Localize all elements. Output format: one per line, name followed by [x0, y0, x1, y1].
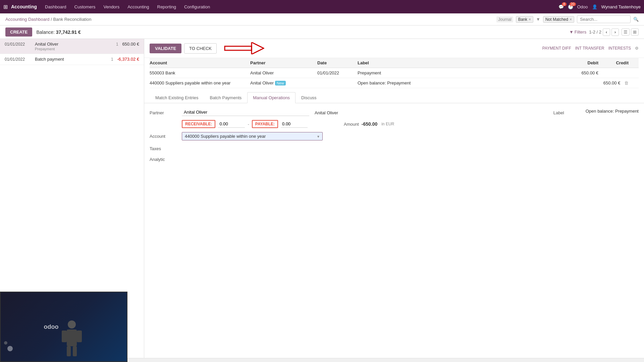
payable-button[interactable]: PAYABLE: [252, 120, 278, 128]
search-icon[interactable]: 🔍 [633, 17, 639, 22]
trans-amount-0: 650.00 € [122, 42, 139, 47]
delete-row-1-button[interactable]: 🗑 [624, 80, 629, 85]
rec-header: VALIDATE TO CHECK PAYMENT DIFF INT TRANS… [144, 39, 644, 58]
funnel-icon: ▼ [536, 17, 540, 22]
int-transfer-button[interactable]: INT TRANSFER [575, 46, 604, 51]
to-check-button[interactable]: TO CHECK [184, 43, 217, 54]
deco-circle-1 [7, 346, 13, 351]
breadcrumb-home[interactable]: Accounting Dashboard [5, 17, 50, 22]
tabs-area: Match Existing Entries Batch Payments Ma… [144, 88, 644, 103]
nav-item-vendors[interactable]: Vendors [100, 3, 123, 11]
account-select[interactable]: 440000 Suppliers payable within one year [182, 132, 323, 140]
amount-label: Amount [344, 122, 359, 127]
trans-date-0: 01/01/2022 [5, 42, 35, 47]
tab-discuss[interactable]: Discuss [296, 92, 322, 103]
not-matched-filter-close[interactable]: × [570, 17, 572, 22]
col-header-account: Account [150, 60, 250, 65]
rec-table-header: Account Partner Date Label Debit Credit [150, 58, 639, 68]
rec-date-0: 01/01/2022 [317, 70, 358, 75]
action-right: ▼ Filters 1-2 / 2 ‹ › ☰ ⊞ [569, 28, 639, 36]
nav-item-customers[interactable]: Customers [71, 3, 99, 11]
rec-table: Account Partner Date Label Debit Credit … [144, 58, 644, 88]
clock-icon[interactable]: 🕐 20 [568, 4, 573, 9]
journal-label: Journal [496, 16, 513, 22]
svg-rect-4 [62, 330, 67, 342]
pagination: 1-2 / 2 ‹ › [589, 28, 619, 36]
video-odoo-logo: odoo [44, 323, 58, 330]
prev-page-button[interactable]: ‹ [603, 28, 610, 36]
list-view-button[interactable]: ☰ [622, 28, 630, 36]
grid-icon[interactable]: ⊞ [3, 4, 8, 10]
new-badge: New [275, 81, 286, 85]
col-header-debit: Debit [558, 60, 598, 65]
col-header-date: Date [317, 60, 358, 65]
rec-account-1: 440000 Suppliers payable within one year [150, 80, 250, 85]
grid-view-button[interactable]: ⊞ [631, 28, 639, 36]
video-overlay: odoo [0, 292, 127, 360]
rec-label-0: Prepayment [358, 70, 558, 75]
user-avatar[interactable]: 👤 [592, 4, 597, 9]
rec-credit-1: 650.00 € 🗑 [598, 80, 639, 85]
trans-num-1: 1 [107, 57, 117, 62]
rec-row-1: 440000 Suppliers payable within one year… [150, 78, 639, 88]
account-row: Account 440000 Suppliers payable within … [150, 132, 639, 140]
trans-date-1: 01/01/2022 [5, 57, 35, 62]
rec-debit-0: 650.00 € [558, 70, 598, 75]
tab-batch-payments[interactable]: Batch Payments [204, 92, 248, 103]
next-page-button[interactable]: › [611, 28, 619, 36]
nav-item-accounting[interactable]: Accounting [124, 3, 152, 11]
partner-label-row: Partner Anital Oliver Label Open balance… [150, 109, 639, 116]
nav-item-reporting[interactable]: Reporting [154, 3, 179, 11]
receivable-amount-input[interactable] [218, 120, 245, 128]
col-header-label: Label [358, 60, 558, 65]
not-matched-filter-tag: Not Matched × [543, 16, 574, 23]
eur-label: in EUR [381, 122, 394, 126]
validate-button[interactable]: VALIDATE [150, 44, 181, 53]
create-button[interactable]: CREATE [5, 27, 32, 37]
video-content: odoo [1, 292, 127, 360]
chat-icon[interactable]: 💬 8 [558, 4, 564, 9]
transaction-row-1[interactable]: 01/01/2022 Batch payment 1 -6,373.02 € [0, 54, 144, 65]
nav-item-dashboard[interactable]: Dashboard [42, 3, 70, 11]
gear-icon[interactable]: ⚙ [635, 46, 639, 51]
odoo-label: Odoo [577, 4, 588, 9]
rec-label-1: Open balance: Prepayment [358, 80, 558, 85]
label-value: Open balance: Prepayment [586, 109, 639, 114]
partner-input[interactable] [182, 109, 309, 116]
rec-row-0: 550003 Bank Anital Oliver 01/01/2022 Pre… [150, 68, 639, 78]
svg-point-2 [68, 320, 76, 328]
trans-amount-1: -6,373.02 € [117, 57, 139, 62]
payable-amount-input[interactable] [281, 120, 308, 128]
secondbar: Accounting Dashboard / Bank Reconciliati… [0, 13, 644, 25]
account-field-label: Account [150, 132, 176, 139]
trans-name-1: Batch payment [35, 57, 107, 62]
horizontal-scrollbar[interactable] [127, 358, 644, 360]
taxes-row: Taxes [150, 144, 639, 151]
bank-filter-tag: Bank × [516, 16, 533, 23]
tab-match-existing[interactable]: Match Existing Entries [150, 92, 204, 103]
analytic-row: Analytic [150, 155, 639, 162]
svg-rect-0 [225, 46, 252, 50]
filters-button[interactable]: ▼ Filters [569, 29, 586, 35]
actionbar: CREATE Balance: 37,742.91 € ▼ Filters 1-… [0, 25, 644, 39]
trans-sub-0: Prepayment [5, 47, 139, 51]
arrow-indicator [224, 42, 264, 54]
payment-diff-button[interactable]: PAYMENT DIFF [542, 46, 571, 51]
nav-item-configuration[interactable]: Configuration [181, 3, 213, 11]
trans-name-0: Anital Oliver [35, 42, 112, 47]
rec-account-0: 550003 Bank [150, 70, 250, 75]
search-input[interactable] [577, 15, 631, 23]
transaction-row-0[interactable]: 01/01/2022 Anital Oliver 1 650.00 € Prep… [0, 39, 144, 54]
rec-actions-right: PAYMENT DIFF INT TRANSFER INTERESTS ⚙ [542, 46, 639, 51]
user-name: Wynand Tastenhoye [601, 4, 641, 9]
interests-button[interactable]: INTERESTS [608, 46, 631, 51]
rec-partner-0: Anital Oliver [250, 70, 317, 75]
tab-manual-operations[interactable]: Manual Operations [247, 92, 296, 103]
taxes-label: Taxes [150, 144, 176, 151]
rec-partner-1: Anital Oliver New [250, 80, 317, 85]
amount-value: -650.00 [362, 121, 377, 127]
svg-rect-7 [73, 346, 77, 356]
svg-rect-6 [67, 346, 71, 356]
bank-filter-close[interactable]: × [529, 17, 531, 22]
receivable-button[interactable]: RECEIVABLE: [182, 120, 215, 128]
